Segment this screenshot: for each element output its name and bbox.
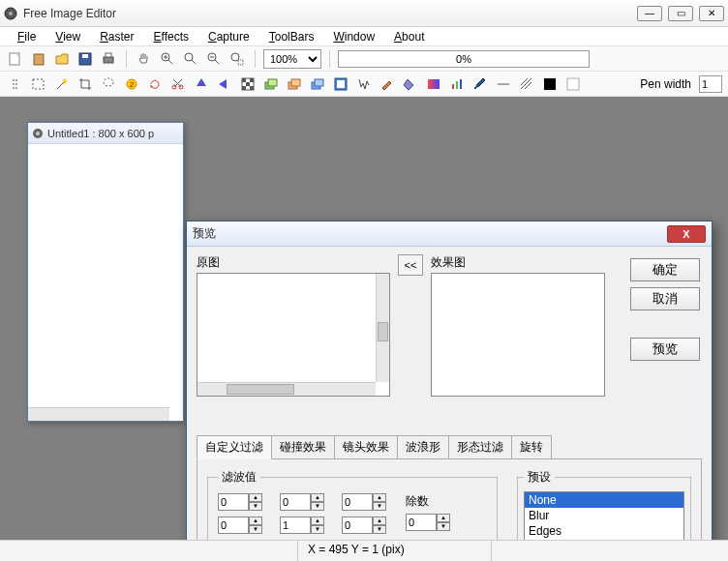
open-icon[interactable]	[52, 49, 72, 69]
zoom-select[interactable]: 100%	[263, 49, 321, 69]
menu-effects[interactable]: Effects	[144, 28, 198, 45]
matrix-0-1[interactable]: ▲▼	[280, 493, 324, 511]
marker-icon[interactable]: 2	[122, 74, 141, 94]
layers2-icon[interactable]	[285, 74, 304, 94]
preview-button[interactable]: 预览	[630, 338, 700, 361]
paint-icon[interactable]	[354, 74, 374, 94]
color-swatch[interactable]	[540, 74, 560, 94]
dialog-titlebar[interactable]: 预览 X	[187, 221, 712, 247]
line-icon[interactable]	[494, 74, 513, 94]
svg-rect-42	[460, 79, 462, 89]
tab-bump[interactable]: 碰撞效果	[271, 435, 335, 458]
crop-icon[interactable]	[76, 74, 95, 94]
document-titlebar[interactable]: Untitled1 : 800 x 600 p	[28, 123, 183, 144]
menu-file[interactable]: File	[8, 28, 46, 45]
lasso-icon[interactable]	[99, 74, 118, 94]
checker-icon[interactable]	[238, 74, 258, 94]
effect-label: 效果图	[431, 254, 605, 271]
frame-icon[interactable]	[331, 74, 350, 94]
svg-rect-38	[337, 80, 345, 88]
divisor-label: 除数	[406, 493, 429, 510]
matrix-1-2[interactable]: ▲▼	[342, 517, 386, 534]
app-icon	[4, 7, 17, 20]
svg-rect-43	[544, 78, 556, 90]
svg-rect-30	[250, 86, 254, 90]
svg-rect-36	[315, 79, 323, 86]
document-canvas[interactable]	[28, 144, 183, 421]
paste-icon[interactable]	[29, 49, 48, 69]
matrix-1-1[interactable]: ▲▼	[280, 517, 324, 534]
wand-icon[interactable]	[52, 74, 72, 94]
document-window[interactable]: Untitled1 : 800 x 600 p	[27, 122, 184, 422]
gradient-icon[interactable]	[424, 74, 443, 94]
arrow-v-icon[interactable]	[192, 74, 211, 94]
original-hscroll[interactable]	[197, 382, 376, 396]
save-icon[interactable]	[76, 49, 95, 69]
new-icon[interactable]	[6, 49, 25, 69]
cancel-button[interactable]: 取消	[630, 287, 700, 310]
hand-icon[interactable]	[135, 49, 154, 69]
cut-icon[interactable]	[168, 74, 188, 94]
preview-dialog: 预览 X 原图 << 效果图	[186, 221, 713, 561]
chart-icon[interactable]	[447, 74, 467, 94]
menu-about[interactable]: About	[384, 28, 434, 45]
layers3-icon[interactable]	[308, 74, 327, 94]
svg-rect-6	[104, 57, 113, 63]
tab-wave[interactable]: 波浪形	[397, 435, 449, 458]
svg-rect-19	[33, 79, 44, 89]
penwidth-input[interactable]	[699, 75, 722, 93]
svg-point-17	[15, 83, 17, 85]
svg-rect-12	[238, 60, 243, 65]
status-coords: X = 495 Y = 1 (pix)	[298, 541, 492, 561]
progress-bar: 0%	[338, 50, 590, 68]
ok-button[interactable]: 确定	[630, 258, 700, 281]
dialog-close-button[interactable]: X	[667, 225, 706, 243]
zoom-fit-icon[interactable]	[181, 49, 200, 69]
tab-lens[interactable]: 镜头效果	[334, 435, 398, 458]
preset-item[interactable]: Edges	[525, 523, 683, 539]
print-icon[interactable]	[99, 49, 118, 69]
original-preview[interactable]	[197, 273, 390, 397]
menu-capture[interactable]: Capture	[198, 28, 259, 45]
arrow-h-icon[interactable]	[215, 74, 234, 94]
minimize-button[interactable]: —	[637, 6, 662, 21]
tab-rotate[interactable]: 旋转	[511, 435, 552, 458]
bucket-icon[interactable]	[401, 74, 420, 94]
preset-item[interactable]: Blur	[525, 508, 683, 523]
gear-icon	[32, 128, 44, 139]
zoom-region-icon[interactable]	[228, 49, 247, 69]
refresh-icon[interactable]	[145, 74, 165, 94]
workspace: Untitled1 : 800 x 600 p 预览 X 原图 <<	[0, 97, 728, 561]
tab-morph[interactable]: 形态过滤	[448, 435, 512, 458]
empty-swatch[interactable]	[563, 74, 583, 94]
divisor-spinner[interactable]: ▲▼	[406, 514, 450, 531]
effect-preview[interactable]	[431, 273, 605, 397]
document-hscroll[interactable]	[28, 407, 169, 421]
matrix-0-0[interactable]: ▲▼	[218, 493, 262, 511]
menubar: File View Raster Effects Capture ToolBar…	[0, 27, 728, 46]
hatch-icon[interactable]	[517, 74, 536, 94]
preset-item[interactable]: None	[525, 492, 683, 508]
brush-icon[interactable]	[378, 74, 397, 94]
select-rect-icon[interactable]	[29, 74, 48, 94]
svg-rect-34	[291, 79, 300, 86]
svg-point-16	[15, 79, 17, 81]
svg-point-1	[9, 12, 13, 15]
matrix-0-2[interactable]: ▲▼	[342, 493, 386, 511]
layers1-icon[interactable]	[261, 74, 281, 94]
close-button[interactable]: ✕	[699, 6, 724, 21]
zoom-in-icon[interactable]	[158, 49, 177, 69]
filter-legend: 滤波值	[218, 469, 260, 486]
menu-raster[interactable]: Raster	[90, 28, 143, 45]
menu-toolbars[interactable]: ToolBars	[259, 28, 324, 45]
menu-window[interactable]: Window	[323, 28, 384, 45]
menu-view[interactable]: View	[46, 28, 90, 45]
maximize-button[interactable]: ▭	[668, 6, 693, 21]
svg-rect-39	[428, 79, 440, 89]
tab-custom-filter[interactable]: 自定义过滤	[197, 435, 272, 459]
zoom-out-icon[interactable]	[204, 49, 224, 69]
matrix-1-0[interactable]: ▲▼	[218, 517, 262, 534]
copy-back-button[interactable]: <<	[398, 254, 423, 276]
pen-icon[interactable]	[470, 74, 490, 94]
original-vscroll[interactable]	[376, 274, 389, 382]
